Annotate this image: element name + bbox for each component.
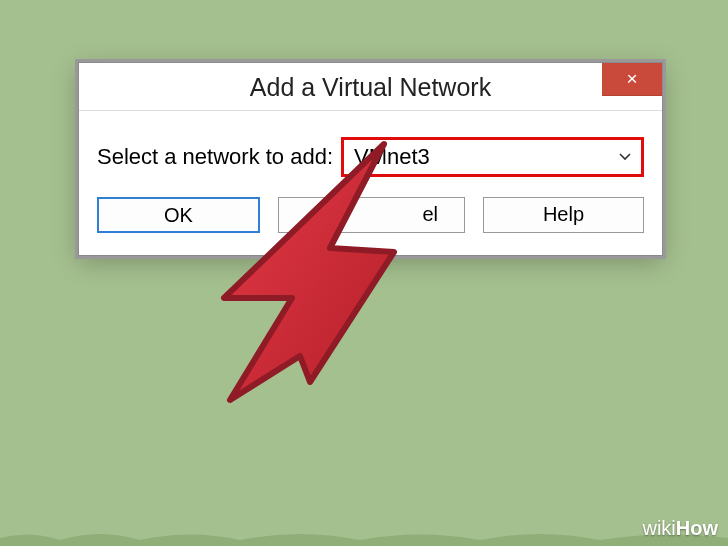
watermark-prefix: wiki xyxy=(642,517,675,539)
ok-button[interactable]: OK xyxy=(97,197,260,233)
watermark-suffix: How xyxy=(676,517,718,539)
content-row: Select a network to add: VMnet3 xyxy=(79,111,662,191)
button-label: el xyxy=(422,203,438,225)
cancel-button[interactable]: el xyxy=(278,197,465,233)
decorative-grass xyxy=(0,528,728,546)
watermark: wikiHow xyxy=(642,517,718,540)
help-button[interactable]: Help xyxy=(483,197,644,233)
dialog-title: Add a Virtual Network xyxy=(250,73,491,101)
dropdown-value: VMnet3 xyxy=(354,144,430,169)
titlebar: Add a Virtual Network × xyxy=(79,63,662,111)
close-icon: × xyxy=(626,68,637,89)
network-dropdown[interactable]: VMnet3 xyxy=(341,137,644,177)
select-network-label: Select a network to add: xyxy=(97,144,333,170)
add-virtual-network-dialog: Add a Virtual Network × Select a network… xyxy=(78,62,663,256)
button-label: OK xyxy=(164,204,193,226)
button-row: OK el Help xyxy=(79,191,662,255)
chevron-down-icon xyxy=(619,151,631,163)
close-button[interactable]: × xyxy=(602,63,662,96)
button-label: Help xyxy=(543,203,584,225)
